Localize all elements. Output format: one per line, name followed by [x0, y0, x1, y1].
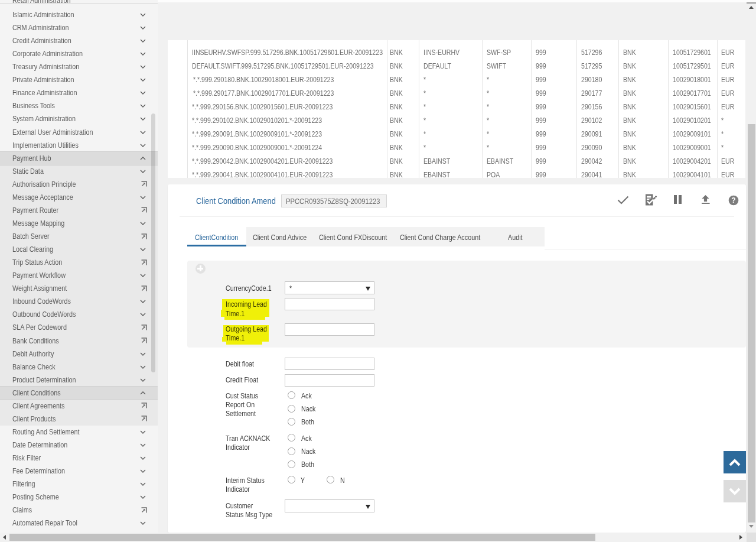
- svg-text:?: ?: [731, 196, 735, 205]
